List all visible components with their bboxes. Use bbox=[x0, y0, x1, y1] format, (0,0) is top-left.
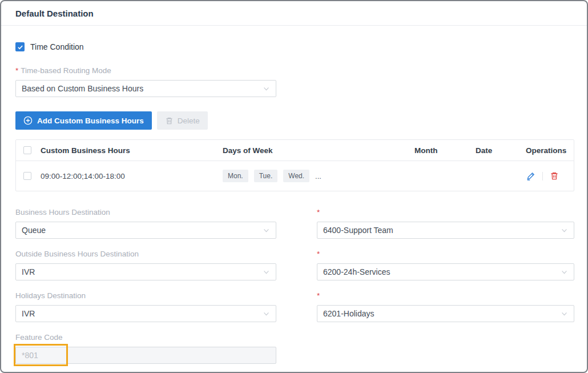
plus-circle-icon bbox=[23, 116, 33, 125]
business-hours-destination-block: Business Hours Destination * Queue 6400-… bbox=[15, 208, 574, 239]
chevron-down-icon bbox=[263, 310, 270, 318]
day-tag: Tue. bbox=[254, 170, 278, 182]
settings-panel: Default Destination Time Condition *Time… bbox=[0, 0, 588, 373]
row-operations-cell bbox=[526, 171, 574, 181]
destination-target-value: 6200-24h-Services bbox=[323, 267, 390, 276]
header-divider bbox=[1, 25, 587, 26]
feature-code-field-wrap bbox=[15, 347, 276, 364]
check-icon bbox=[17, 44, 23, 50]
table-header-row: Custom Business Hours Days of Week Month… bbox=[16, 140, 574, 161]
custom-business-hours-table: Custom Business Hours Days of Week Month… bbox=[15, 139, 574, 191]
destination-type-value: IVR bbox=[22, 267, 35, 276]
destination-target-value: 6400-Support Team bbox=[323, 226, 393, 235]
chevron-down-icon bbox=[263, 227, 270, 234]
add-button-label: Add Custom Business Hours bbox=[37, 117, 144, 125]
time-condition-label: Time Condition bbox=[30, 42, 84, 51]
days-overflow-ellipsis: ... bbox=[315, 172, 321, 181]
routing-mode-value: Based on Custom Business Hours bbox=[22, 84, 143, 93]
column-header-operations: Operations bbox=[526, 146, 574, 155]
column-header-date: Date bbox=[476, 146, 526, 155]
time-condition-checkbox[interactable] bbox=[15, 42, 25, 51]
holidays-destination-type-select[interactable]: IVR bbox=[15, 305, 276, 322]
routing-mode-label: Time-based Routing Mode bbox=[21, 66, 111, 75]
required-asterisk: * bbox=[15, 66, 18, 75]
holidays-destination-label: Holidays Destination bbox=[15, 291, 276, 300]
day-tag: Wed. bbox=[283, 170, 309, 182]
routing-mode-select[interactable]: Based on Custom Business Hours bbox=[15, 80, 276, 97]
column-header-month: Month bbox=[414, 146, 476, 155]
business-hours-destination-type-select[interactable]: Queue bbox=[15, 222, 276, 239]
holidays-destination-target-select[interactable]: 6201-Holidays bbox=[317, 305, 574, 322]
destination-type-value: IVR bbox=[22, 309, 35, 318]
holidays-destination-block: Holidays Destination * IVR 6201-Holidays bbox=[15, 291, 574, 322]
column-header-hours: Custom Business Hours bbox=[41, 146, 223, 155]
feature-code-input[interactable] bbox=[15, 347, 276, 364]
delete-button-label: Delete bbox=[178, 117, 200, 125]
routing-mode-label-row: *Time-based Routing Mode bbox=[15, 66, 574, 75]
delete-row-button[interactable] bbox=[550, 171, 559, 181]
time-condition-row: Time Condition bbox=[15, 42, 574, 51]
required-asterisk: * bbox=[317, 208, 574, 217]
outside-business-hours-destination-target-select[interactable]: 6200-24h-Services bbox=[317, 263, 574, 280]
outside-business-hours-destination-label: Outside Business Hours Destination bbox=[15, 250, 276, 259]
chevron-down-icon bbox=[561, 227, 568, 234]
row-checkbox[interactable] bbox=[23, 172, 31, 180]
operations-divider bbox=[542, 172, 543, 181]
chevron-down-icon bbox=[561, 310, 568, 318]
trash-icon bbox=[165, 117, 174, 125]
page-title: Default Destination bbox=[15, 9, 573, 18]
business-hours-destination-target-select[interactable]: 6400-Support Team bbox=[317, 222, 574, 239]
form-content: Time Condition *Time-based Routing Mode … bbox=[1, 42, 587, 364]
destination-type-value: Queue bbox=[22, 226, 46, 235]
feature-code-block: Feature Code bbox=[15, 333, 574, 364]
row-hours-value: 09:00-12:00;14:00-18:00 bbox=[41, 172, 223, 181]
select-all-checkbox[interactable] bbox=[23, 146, 31, 154]
header-checkbox-cell bbox=[16, 146, 41, 154]
day-tag: Mon. bbox=[223, 170, 248, 182]
feature-code-label: Feature Code bbox=[15, 333, 574, 342]
destination-target-value: 6201-Holidays bbox=[323, 309, 374, 318]
chevron-down-icon bbox=[263, 85, 270, 93]
delete-button[interactable]: Delete bbox=[157, 111, 208, 130]
required-asterisk: * bbox=[317, 291, 574, 300]
row-checkbox-cell bbox=[16, 172, 41, 180]
table-toolbar: Add Custom Business Hours Delete bbox=[15, 111, 574, 130]
chevron-down-icon bbox=[561, 268, 568, 276]
business-hours-destination-label: Business Hours Destination bbox=[15, 208, 276, 217]
table-row: 09:00-12:00;14:00-18:00 Mon. Tue. Wed. .… bbox=[16, 161, 574, 191]
pencil-icon bbox=[526, 171, 535, 181]
required-asterisk: * bbox=[317, 250, 574, 259]
row-days-cell: Mon. Tue. Wed. ... bbox=[223, 170, 414, 182]
trash-icon bbox=[550, 171, 559, 181]
chevron-down-icon bbox=[263, 268, 270, 276]
column-header-days: Days of Week bbox=[223, 146, 414, 155]
outside-business-hours-destination-type-select[interactable]: IVR bbox=[15, 263, 276, 280]
outside-business-hours-destination-block: Outside Business Hours Destination * IVR… bbox=[15, 250, 574, 280]
panel-header: Default Destination bbox=[1, 1, 587, 25]
edit-row-button[interactable] bbox=[526, 171, 535, 181]
add-custom-business-hours-button[interactable]: Add Custom Business Hours bbox=[15, 111, 152, 130]
